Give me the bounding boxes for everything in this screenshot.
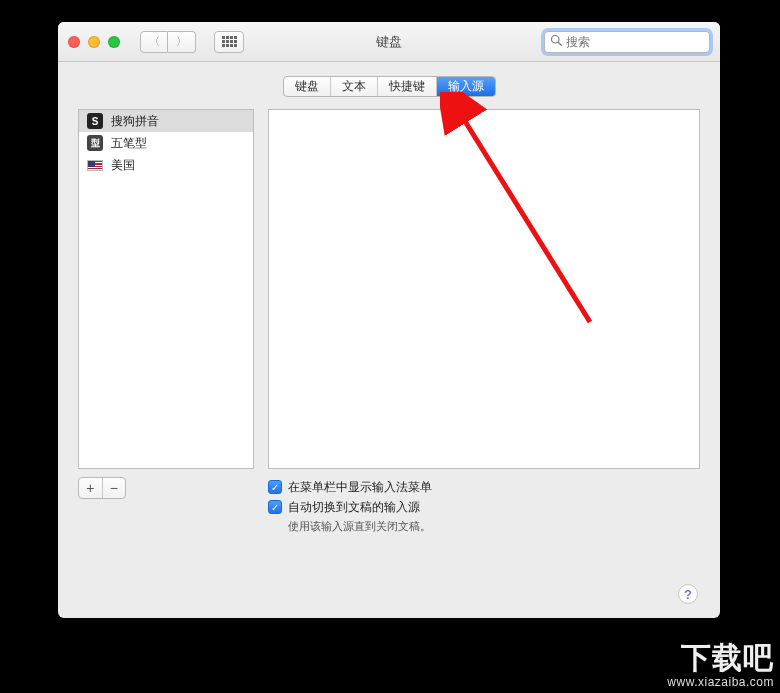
watermark-brand: 下载吧 (667, 638, 774, 679)
add-remove-control: + − (78, 477, 126, 499)
detail-panel (268, 109, 700, 469)
window-title: 键盘 (376, 33, 402, 51)
preferences-window: 〈 〉 键盘 ✕ 键盘 文本 快捷键 (58, 22, 720, 618)
tab-keyboard[interactable]: 键盘 (284, 77, 331, 96)
back-button[interactable]: 〈 (140, 31, 168, 53)
source-label: 五笔型 (111, 135, 147, 152)
source-label: 搜狗拼音 (111, 113, 159, 130)
option-hint: 使用该输入源直到关闭文稿。 (288, 519, 700, 534)
forward-button[interactable]: 〉 (168, 31, 196, 53)
checkbox-show-menu-bar[interactable]: ✓ 在菜单栏中显示输入法菜单 (268, 477, 700, 497)
help-icon: ? (684, 587, 692, 602)
nav-back-forward: 〈 〉 (140, 31, 196, 53)
svg-line-1 (558, 42, 561, 45)
remove-button[interactable]: − (103, 478, 126, 498)
help-button[interactable]: ? (678, 584, 698, 604)
chevron-left-icon: 〈 (149, 34, 160, 49)
grid-icon (222, 36, 237, 47)
minimize-icon[interactable] (88, 36, 100, 48)
chevron-right-icon: 〉 (176, 34, 187, 49)
tab-text[interactable]: 文本 (331, 77, 378, 96)
source-row-wubi[interactable]: 型 五笔型 (79, 132, 253, 154)
watermark-url: www.xiazaiba.com (667, 675, 774, 689)
watermark: 下载吧 www.xiazaiba.com (667, 638, 774, 689)
checkbox-auto-switch[interactable]: ✓ 自动切换到文稿的输入源 (268, 497, 700, 517)
maximize-icon[interactable] (108, 36, 120, 48)
plus-icon: + (86, 480, 94, 496)
close-icon[interactable] (68, 36, 80, 48)
search-input[interactable] (566, 35, 716, 49)
checkbox-label: 在菜单栏中显示输入法菜单 (288, 479, 432, 496)
tab-label: 快捷键 (389, 78, 425, 95)
search-icon (550, 34, 562, 49)
tab-label: 键盘 (295, 78, 319, 95)
options-area: ✓ 在菜单栏中显示输入法菜单 ✓ 自动切换到文稿的输入源 使用该输入源直到关闭文… (268, 477, 700, 534)
tab-label: 输入源 (448, 78, 484, 95)
window-body: 键盘 文本 快捷键 输入源 S 搜狗拼音 型 五笔型 美国 (58, 62, 720, 618)
tab-label: 文本 (342, 78, 366, 95)
add-button[interactable]: + (79, 478, 103, 498)
checkmark-icon: ✓ (268, 480, 282, 494)
checkbox-label: 自动切换到文稿的输入源 (288, 499, 420, 516)
checkmark-icon: ✓ (268, 500, 282, 514)
bottom-area: + − ✓ 在菜单栏中显示输入法菜单 ✓ 自动切换到文稿的输入源 使用该输入源直… (78, 477, 700, 534)
tab-input-sources[interactable]: 输入源 (437, 77, 495, 96)
source-row-sogou[interactable]: S 搜狗拼音 (79, 110, 253, 132)
input-sources-list[interactable]: S 搜狗拼音 型 五笔型 美国 (78, 109, 254, 469)
search-field[interactable]: ✕ (544, 31, 710, 53)
window-controls (68, 36, 120, 48)
wubi-icon: 型 (87, 135, 103, 151)
minus-icon: − (110, 480, 118, 496)
titlebar: 〈 〉 键盘 ✕ (58, 22, 720, 62)
source-label: 美国 (111, 157, 135, 174)
content-area: S 搜狗拼音 型 五笔型 美国 (78, 109, 700, 469)
us-flag-icon (87, 160, 103, 171)
sogou-icon: S (87, 113, 103, 129)
source-row-us[interactable]: 美国 (79, 154, 253, 176)
all-prefs-button[interactable] (214, 31, 244, 53)
tab-shortcuts[interactable]: 快捷键 (378, 77, 437, 96)
tab-bar: 键盘 文本 快捷键 输入源 (78, 76, 700, 97)
